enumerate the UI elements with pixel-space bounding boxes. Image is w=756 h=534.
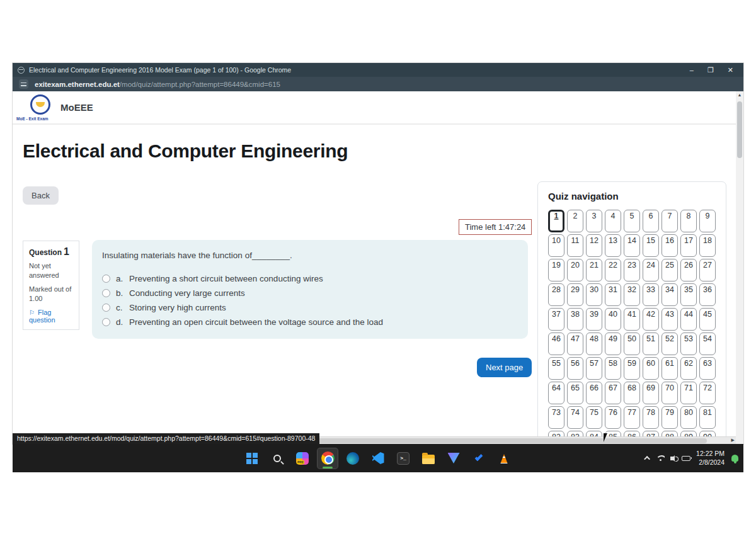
quiz-nav-button-59[interactable]: 59: [624, 357, 640, 380]
quiz-nav-button-69[interactable]: 69: [643, 382, 659, 404]
minimize-icon[interactable]: –: [690, 63, 694, 77]
radio-button-icon[interactable]: [102, 304, 110, 312]
vlc-icon[interactable]: [493, 448, 515, 469]
quiz-nav-button-71[interactable]: 71: [680, 382, 697, 404]
quiz-nav-button-37[interactable]: 37: [548, 308, 564, 331]
quiz-nav-button-64[interactable]: 64: [548, 382, 564, 404]
quiz-nav-button-19[interactable]: 19: [548, 259, 564, 281]
quiz-nav-button-50[interactable]: 50: [624, 332, 640, 355]
quiz-nav-button-7[interactable]: 7: [662, 210, 678, 232]
quiz-nav-button-16[interactable]: 16: [662, 234, 678, 257]
quiz-nav-button-65[interactable]: 65: [567, 382, 583, 404]
quiz-nav-button-26[interactable]: 26: [680, 259, 697, 281]
close-icon[interactable]: ✕: [728, 63, 733, 77]
quiz-nav-button-40[interactable]: 40: [605, 308, 621, 331]
quiz-nav-button-39[interactable]: 39: [586, 308, 602, 331]
quiz-nav-button-12[interactable]: 12: [586, 234, 602, 257]
quiz-nav-button-42[interactable]: 42: [643, 308, 659, 331]
quiz-nav-button-48[interactable]: 48: [586, 332, 602, 355]
wifi-icon[interactable]: [656, 455, 665, 461]
radio-button-icon[interactable]: [102, 318, 110, 326]
quiz-nav-button-31[interactable]: 31: [605, 283, 621, 306]
quiz-nav-button-79[interactable]: 79: [662, 406, 678, 429]
quiz-nav-button-53[interactable]: 53: [680, 332, 697, 355]
radio-button-icon[interactable]: [102, 289, 110, 297]
flag-question-link[interactable]: ⚐ Flag question: [29, 309, 73, 324]
edge-icon[interactable]: [342, 448, 364, 469]
quiz-nav-button-27[interactable]: 27: [699, 259, 716, 281]
answer-option[interactable]: a.Preventing a short circuit between con…: [102, 274, 518, 283]
quiz-nav-button-20[interactable]: 20: [567, 259, 583, 281]
quiz-nav-button-44[interactable]: 44: [680, 308, 697, 331]
quiz-nav-button-66[interactable]: 66: [586, 382, 602, 404]
quiz-nav-button-15[interactable]: 15: [643, 234, 659, 257]
quiz-nav-button-23[interactable]: 23: [624, 259, 640, 281]
quiz-nav-button-13[interactable]: 13: [605, 234, 621, 257]
quiz-nav-button-55[interactable]: 55: [548, 357, 564, 380]
restore-icon[interactable]: ❐: [707, 63, 714, 77]
quiz-nav-button-58[interactable]: 58: [605, 357, 621, 380]
quiz-nav-button-61[interactable]: 61: [662, 357, 678, 380]
vscode-icon[interactable]: [367, 448, 389, 469]
quiz-nav-button-1[interactable]: 1: [548, 210, 564, 232]
quiz-nav-button-8[interactable]: 8: [680, 210, 697, 232]
radio-button-icon[interactable]: [102, 275, 110, 283]
next-page-button[interactable]: Next page: [477, 358, 532, 377]
quiz-nav-button-68[interactable]: 68: [624, 382, 640, 404]
quiz-nav-button-5[interactable]: 5: [624, 210, 640, 232]
vertical-scroll-thumb[interactable]: [737, 101, 742, 158]
quiz-nav-button-4[interactable]: 4: [605, 210, 621, 232]
quiz-nav-button-38[interactable]: 38: [567, 308, 583, 331]
quiz-nav-button-2[interactable]: 2: [567, 210, 583, 232]
explorer-icon[interactable]: [418, 448, 439, 469]
quiz-nav-button-9[interactable]: 9: [699, 210, 716, 232]
quiz-nav-button-49[interactable]: 49: [605, 332, 621, 355]
quiz-nav-button-80[interactable]: 80: [680, 406, 697, 429]
quiz-nav-button-25[interactable]: 25: [662, 259, 678, 281]
search-icon[interactable]: [266, 448, 288, 469]
quiz-nav-button-47[interactable]: 47: [567, 332, 583, 355]
site-settings-icon[interactable]: [19, 79, 28, 89]
scroll-right-icon[interactable]: ▶: [731, 438, 735, 443]
quiz-nav-button-29[interactable]: 29: [567, 283, 583, 306]
quiz-nav-button-22[interactable]: 22: [605, 259, 621, 281]
quiz-nav-button-70[interactable]: 70: [662, 382, 678, 404]
notification-bell-icon[interactable]: [731, 455, 738, 462]
quiz-nav-button-35[interactable]: 35: [680, 283, 697, 306]
quiz-nav-button-54[interactable]: 54: [699, 332, 716, 355]
quiz-nav-button-3[interactable]: 3: [586, 210, 602, 232]
answer-option[interactable]: d.Preventing an open circuit between the…: [102, 317, 518, 326]
quiz-nav-button-34[interactable]: 34: [662, 283, 678, 306]
answer-option[interactable]: b.Conducting very large currents: [102, 288, 518, 297]
quiz-nav-button-62[interactable]: 62: [680, 357, 697, 380]
terminal-icon[interactable]: >_: [392, 448, 414, 469]
pre-app-icon[interactable]: PRE: [292, 448, 313, 469]
back-button[interactable]: Back: [23, 186, 59, 205]
quiz-nav-button-63[interactable]: 63: [699, 357, 716, 380]
quiz-nav-button-11[interactable]: 11: [567, 234, 583, 257]
volume-icon[interactable]: [670, 457, 673, 460]
battery-icon[interactable]: [682, 456, 690, 461]
quiz-nav-button-52[interactable]: 52: [662, 332, 678, 355]
todo-check-icon[interactable]: [468, 448, 490, 469]
quiz-nav-button-17[interactable]: 17: [680, 234, 697, 257]
quiz-nav-button-18[interactable]: 18: [699, 234, 716, 257]
quiz-nav-button-6[interactable]: 6: [643, 210, 659, 232]
url-text[interactable]: exitexam.ethernet.edu.et/mod/quiz/attemp…: [35, 81, 280, 88]
address-bar[interactable]: exitexam.ethernet.edu.et/mod/quiz/attemp…: [13, 77, 743, 91]
quiz-nav-button-45[interactable]: 45: [699, 308, 716, 331]
quiz-nav-button-51[interactable]: 51: [643, 332, 659, 355]
quiz-nav-button-72[interactable]: 72: [699, 382, 716, 404]
quiz-nav-button-46[interactable]: 46: [548, 332, 564, 355]
quiz-nav-button-78[interactable]: 78: [643, 406, 659, 429]
quiz-nav-button-73[interactable]: 73: [548, 406, 564, 429]
quiz-nav-button-36[interactable]: 36: [699, 283, 716, 306]
taskbar-clock[interactable]: 12:22 PM 2/8/2024: [696, 450, 724, 467]
answer-option[interactable]: c.Storing very high currents: [102, 303, 518, 312]
chrome-icon[interactable]: [317, 448, 338, 469]
quiz-nav-button-60[interactable]: 60: [643, 357, 659, 380]
quiz-nav-button-57[interactable]: 57: [586, 357, 602, 380]
quiz-nav-button-14[interactable]: 14: [624, 234, 640, 257]
quiz-nav-button-32[interactable]: 32: [624, 283, 640, 306]
vpn-icon[interactable]: [443, 448, 464, 469]
